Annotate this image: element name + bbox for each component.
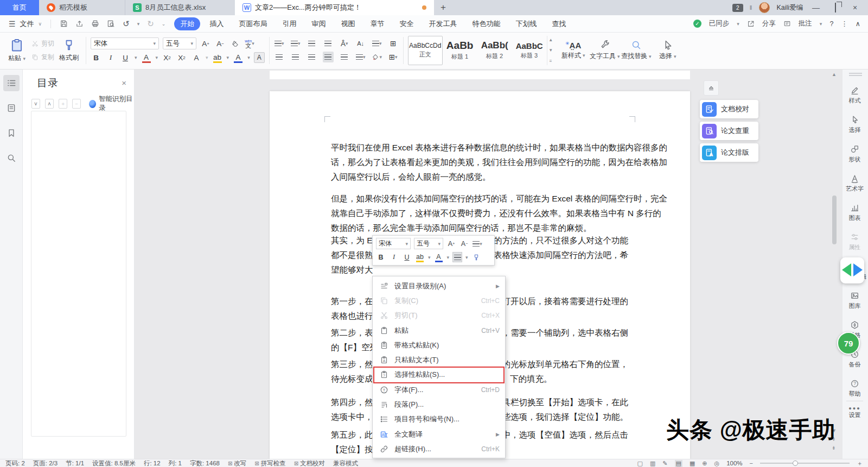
toc-add-icon[interactable]: ＋: [59, 99, 67, 109]
context-menu-item-5[interactable]: 带格式粘贴(K): [373, 338, 505, 352]
outline-view-icon[interactable]: ▦: [690, 460, 695, 467]
cut-button[interactable]: 剪切: [31, 39, 54, 48]
context-menu-item-4[interactable]: 粘贴Ctrl+V: [373, 323, 505, 338]
sync-status[interactable]: 已同步: [709, 19, 730, 28]
format-painter-button[interactable]: 格式刷: [56, 35, 81, 66]
collapse-ribbon-icon[interactable]: ∧: [856, 20, 860, 28]
zoom-in-icon[interactable]: ＋: [857, 459, 863, 467]
smart-toc-button[interactable]: 智能识别目录: [89, 94, 134, 113]
status-segment-7[interactable]: 字数: 1468: [190, 459, 220, 467]
select-tool-button[interactable]: 选择▾: [652, 35, 684, 66]
user-name[interactable]: Kaili爱编: [776, 3, 803, 12]
context-menu-item-8[interactable]: T字体(F)...Ctrl+D: [373, 382, 505, 397]
decrease-indent-button[interactable]: [307, 38, 317, 49]
print-preview-icon[interactable]: [107, 20, 115, 28]
strikethrough-button[interactable]: A: [141, 52, 152, 63]
italic-button[interactable]: I: [105, 52, 116, 63]
menu-tab-3[interactable]: 页面布局: [233, 17, 273, 30]
help-button[interactable]: ?: [829, 20, 833, 28]
rail-item-形状[interactable]: 形状: [842, 144, 867, 163]
rail-item-选择[interactable]: 选择: [842, 115, 867, 134]
panel-button-2[interactable]: 论文查重: [700, 122, 758, 140]
undo-icon[interactable]: ↺: [123, 19, 130, 29]
align-right-button[interactable]: [307, 52, 317, 62]
vertical-scrollbar[interactable]: ▲ ▼ ⇞ ⇟: [830, 70, 839, 459]
toc-close-icon[interactable]: ×: [122, 78, 126, 87]
clear-format-button[interactable]: [229, 38, 240, 49]
text-effects-button[interactable]: A: [191, 52, 202, 63]
mini-underline-button[interactable]: U: [402, 252, 412, 262]
export-icon[interactable]: [75, 20, 84, 28]
quickbar-more-icon[interactable]: ⌄: [162, 21, 166, 27]
close-button[interactable]: ×: [848, 3, 861, 12]
toc-remove-icon[interactable]: －: [72, 99, 81, 109]
highlight-color-button[interactable]: ab: [212, 52, 223, 63]
eye-protect-icon[interactable]: ◎: [714, 460, 720, 467]
status-segment-6[interactable]: 列: 1: [169, 459, 182, 467]
mini-font-size-select[interactable]: 五号▾: [414, 238, 443, 249]
mini-increase-font-button[interactable]: A+: [446, 238, 456, 249]
context-menu-item-7[interactable]: ?选择性粘贴(S)...: [373, 368, 505, 382]
bullet-list-button[interactable]: ▾: [274, 38, 285, 49]
thumbnail-panel-icon[interactable]: [3, 100, 20, 116]
panel-collapse-button[interactable]: [704, 80, 719, 96]
superscript-button[interactable]: X2: [162, 52, 173, 63]
mini-font-color-button[interactable]: A: [434, 252, 444, 262]
toc-list[interactable]: [31, 111, 126, 437]
context-menu-item-9[interactable]: 段落(P)...: [373, 397, 505, 412]
context-menu-item-11[interactable]: A全文翻译▶: [373, 427, 505, 441]
rail-item-艺术字[interactable]: 艺术字: [842, 174, 867, 193]
mini-decrease-font-button[interactable]: A−: [459, 238, 469, 249]
character-shading-button[interactable]: A: [254, 52, 265, 63]
status-toggle-3[interactable]: ⊠文档校对: [294, 459, 325, 467]
increase-font-button[interactable]: A+: [200, 38, 211, 49]
mini-font-name-select[interactable]: 宋体▾: [376, 238, 411, 249]
context-menu-item-1[interactable]: 设置目录级别(A)▶: [373, 279, 505, 293]
scroll-up-icon[interactable]: ▲: [832, 72, 837, 77]
rail-item-图表[interactable]: 图表: [842, 203, 867, 222]
status-toggle-1[interactable]: ⊠改写: [228, 459, 246, 467]
print-icon[interactable]: [91, 20, 99, 28]
toc-collapse-icon[interactable]: ˄: [45, 99, 54, 109]
bookmark-panel-icon[interactable]: [3, 125, 20, 141]
status-segment-3[interactable]: 节: 1/1: [66, 459, 84, 467]
restore-button[interactable]: [829, 3, 842, 12]
decrease-font-button[interactable]: A−: [215, 38, 226, 49]
underline-chevron-icon[interactable]: ▾: [135, 55, 137, 60]
font-name-select[interactable]: 宋体▾: [91, 37, 159, 49]
mini-highlight-button[interactable]: ab: [415, 252, 425, 262]
share-button[interactable]: 分享: [762, 19, 776, 28]
page-view-icon[interactable]: ▤: [675, 460, 682, 467]
toc-expand-icon[interactable]: ˅: [31, 99, 40, 109]
write-mode-icon[interactable]: ✎: [662, 460, 667, 467]
converter-float-icon[interactable]: [839, 256, 865, 285]
status-compat-mode[interactable]: 兼容模式: [333, 459, 358, 467]
mini-justify-button[interactable]: [452, 252, 462, 262]
zoom-out-icon[interactable]: −: [750, 460, 753, 466]
panel-button-1[interactable]: 文档校对: [700, 100, 758, 118]
panel-button-3[interactable]: A论文排版: [700, 143, 758, 162]
zoom-slider[interactable]: [760, 463, 850, 464]
file-menu[interactable]: 文件: [20, 19, 34, 29]
underline-button[interactable]: U: [120, 52, 131, 63]
status-segment-1[interactable]: 页码: 2: [5, 459, 25, 467]
mini-italic-button[interactable]: I: [389, 252, 399, 262]
menu-tab-5[interactable]: 审阅: [305, 17, 331, 30]
save-icon[interactable]: [60, 20, 68, 28]
search-panel-icon[interactable]: [3, 150, 20, 166]
align-left-button[interactable]: [274, 52, 285, 62]
context-menu-item-12[interactable]: 超链接(H)...Ctrl+K: [373, 441, 505, 456]
rail-item-图库[interactable]: 图库: [842, 291, 867, 310]
mini-bold-button[interactable]: B: [376, 252, 386, 262]
bold-button[interactable]: B: [91, 52, 101, 63]
rail-item-帮助[interactable]: ?帮助: [842, 379, 867, 398]
next-page-icon[interactable]: ⇟: [832, 445, 836, 451]
tab-home[interactable]: 首页: [0, 0, 39, 15]
subscript-button[interactable]: X2: [176, 52, 187, 63]
kebab-icon[interactable]: ⋮: [841, 20, 848, 28]
context-menu-item-10[interactable]: 项目符号和编号(N)...: [373, 412, 505, 427]
menu-tab-4[interactable]: 引用: [276, 17, 302, 30]
mini-format-painter-button[interactable]: [471, 252, 481, 262]
font-size-select[interactable]: 五号▾: [163, 37, 196, 49]
rail-item-属性[interactable]: 属性: [842, 232, 867, 251]
